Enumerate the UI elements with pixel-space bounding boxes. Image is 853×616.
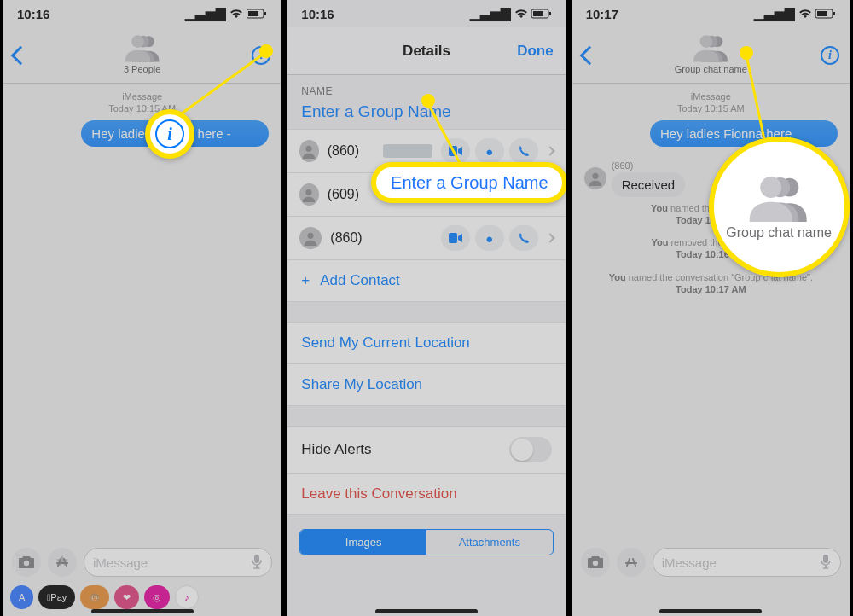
home-indicator[interactable] — [91, 609, 194, 613]
facetime-button[interactable] — [441, 225, 470, 251]
header-title-group[interactable]: 3 People — [122, 32, 163, 74]
chevron-right-icon — [545, 146, 554, 155]
wifi-icon — [798, 7, 812, 21]
animoji-pill[interactable]: 🐵 — [80, 585, 109, 609]
mic-icon[interactable] — [251, 554, 263, 572]
header-title-group[interactable]: Group chat name — [675, 32, 747, 74]
system-message: You named the conversation Today 10:16 A… — [572, 197, 850, 232]
itunes-pill[interactable]: ♪ — [175, 585, 199, 609]
screenshot-3-renamed: 10:17 ▁▃▅▇ Group chat name i iMessage To… — [569, 0, 853, 616]
screenshot-1-chat: 10:16 ▁▃▅▇ 3 People i iMessa — [0, 0, 284, 616]
svg-rect-8 — [254, 555, 259, 563]
leave-conversation-button[interactable]: Leave this Conversation — [287, 473, 565, 515]
screenshot-2-details: 10:16 ▁▃▅▇ Details Done NAME Enter a Gro… — [284, 0, 568, 616]
contact-number: (860) — [330, 230, 377, 246]
message-button[interactable]: ● — [475, 225, 504, 251]
svg-rect-18 — [823, 555, 828, 563]
home-indicator[interactable] — [659, 609, 762, 613]
svg-rect-5 — [248, 11, 258, 16]
message-input[interactable]: iMessage — [84, 548, 272, 577]
add-contact-button[interactable]: + Add Contact — [287, 259, 565, 302]
system-message: You named the conversation "Group chat n… — [572, 266, 850, 301]
facetime-button[interactable] — [441, 138, 470, 164]
info-button[interactable]: i — [821, 46, 839, 65]
signal-icon: ▁▃▅▇ — [470, 6, 511, 21]
redacted-number — [383, 188, 432, 201]
call-button[interactable] — [509, 225, 538, 251]
avatar-icon — [299, 140, 318, 162]
group-avatar-icon — [122, 32, 163, 63]
seg-attachments[interactable]: Attachments — [426, 530, 553, 555]
received-message-bubble[interactable]: Received — [612, 172, 686, 197]
avatar-icon — [299, 227, 322, 249]
header-subtitle: Group chat name — [675, 64, 747, 74]
svg-rect-16 — [833, 12, 835, 15]
svg-point-7 — [24, 561, 29, 566]
sender-label: (860) — [612, 160, 686, 171]
mic-icon[interactable] — [820, 554, 832, 572]
chevron-right-icon — [545, 233, 554, 242]
svg-rect-12 — [449, 146, 457, 156]
back-button[interactable] — [11, 45, 31, 65]
svg-rect-13 — [449, 233, 457, 243]
name-section-label: NAME — [287, 75, 565, 99]
details-header: Details Done — [287, 27, 565, 75]
conversation-meta: iMessage Today 10:15 AM — [572, 84, 850, 115]
contact-number: (609) — [328, 187, 374, 202]
app-store-button[interactable] — [48, 548, 77, 577]
message-input[interactable]: iMessage — [653, 548, 841, 577]
incoming-row: (860) Received — [572, 152, 850, 197]
status-icons: ▁▃▅▇ — [185, 6, 267, 21]
camera-button[interactable] — [12, 548, 41, 577]
group-avatar-icon — [690, 32, 731, 63]
done-button[interactable]: Done — [517, 43, 554, 60]
home-indicator[interactable] — [375, 609, 478, 613]
clock: 10:17 — [586, 7, 618, 21]
status-bar: 10:16 ▁▃▅▇ — [287, 0, 565, 27]
header-subtitle: 3 People — [124, 64, 160, 74]
message-button[interactable]: ● — [475, 138, 504, 164]
battery-icon — [531, 7, 552, 21]
svg-point-17 — [592, 561, 597, 566]
contact-row[interactable]: (609) — [287, 172, 565, 217]
details-title: Details — [403, 43, 450, 60]
battery-icon — [815, 7, 836, 21]
attachments-segmented-control[interactable]: Images Attachments — [299, 529, 553, 555]
conversation-meta: iMessage Today 10:15 AM — [3, 84, 281, 115]
app-store-pill[interactable]: A — [10, 585, 33, 609]
clock: 10:16 — [301, 7, 334, 21]
seg-images[interactable]: Images — [300, 530, 426, 555]
system-message: You removed the name from Today 10:16 AM — [572, 231, 850, 266]
message-input-bar: iMessage — [572, 543, 850, 582]
apple-pay-pill[interactable]: Pay — [38, 585, 75, 609]
call-button[interactable] — [509, 138, 538, 164]
redacted-number — [383, 144, 432, 158]
back-button[interactable] — [579, 45, 599, 65]
signal-icon: ▁▃▅▇ — [754, 6, 795, 21]
svg-rect-6 — [264, 12, 266, 15]
app-store-button[interactable] — [617, 548, 646, 577]
sent-message-bubble[interactable]: Hey ladies Fionna here - — [81, 120, 269, 147]
svg-rect-10 — [533, 11, 543, 16]
send-location-button[interactable]: Send My Current Location — [287, 322, 565, 364]
group-name-input[interactable]: Enter a Group Name — [287, 99, 565, 130]
camera-button[interactable] — [581, 548, 610, 577]
share-location-button[interactable]: Share My Location — [287, 363, 565, 406]
contact-row[interactable]: (860) ● — [287, 129, 565, 173]
app-strip[interactable]: A Pay 🐵 ❤ ◎ ♪ — [3, 585, 281, 609]
sent-message-bubble[interactable]: Hey ladies Fionna here — [650, 120, 838, 147]
battery-icon — [247, 7, 267, 21]
plus-icon: + — [301, 272, 310, 289]
signal-icon: ▁▃▅▇ — [185, 6, 226, 21]
message-input-bar: iMessage — [3, 543, 281, 582]
svg-rect-15 — [817, 11, 827, 16]
contact-number: (860) — [328, 143, 374, 159]
info-button[interactable]: i — [252, 46, 270, 65]
music-pill[interactable]: ◎ — [144, 585, 170, 609]
photos-pill[interactable]: ❤ — [114, 585, 139, 609]
contact-row[interactable]: (860) ● — [287, 216, 565, 260]
hide-alerts-toggle[interactable] — [509, 437, 552, 462]
status-bar: 10:17 ▁▃▅▇ — [572, 0, 850, 27]
wifi-icon — [514, 7, 528, 21]
hide-alerts-row: Hide Alerts — [287, 426, 565, 474]
